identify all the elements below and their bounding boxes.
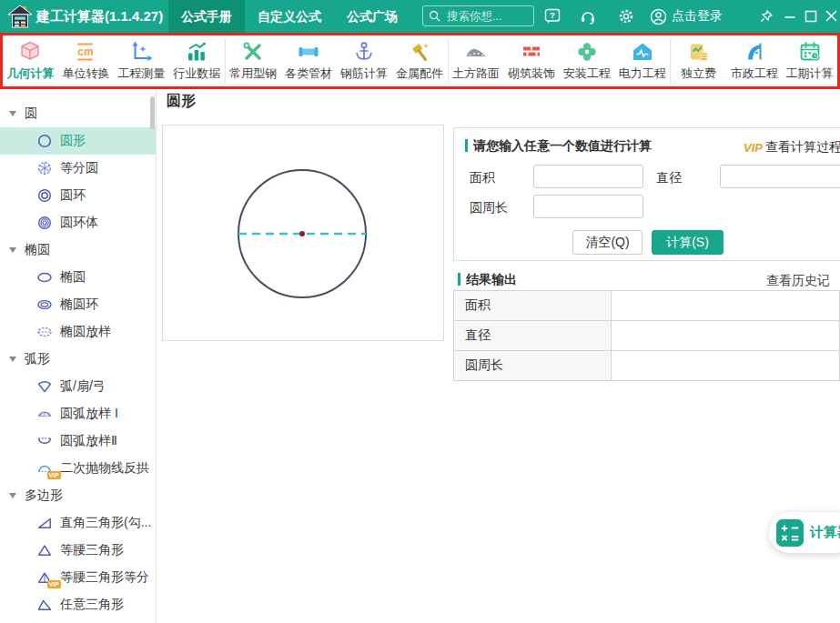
view-calculation-process-link[interactable]: VIP 查看计算过程 — [744, 139, 840, 156]
toolbar-item-metal-fittings[interactable]: 金属配件 — [392, 35, 448, 86]
accent-bar — [465, 139, 468, 152]
result-diameter-value — [611, 321, 839, 351]
result-area-value — [611, 291, 839, 321]
menu-formula-plaza[interactable]: 公式广场 — [334, 0, 410, 33]
sidebar-item-ellipse-ring[interactable]: 椭圆环 — [0, 291, 156, 318]
headset-icon[interactable] — [580, 8, 596, 25]
toolbar-item-power[interactable]: 电力工程 — [614, 35, 670, 86]
ring-icon — [36, 187, 53, 204]
sidebar-group-arc[interactable]: 弧形 — [0, 346, 156, 373]
menu-formula-manual[interactable]: 公式手册 — [168, 0, 245, 33]
sidebar-item-isosceles-triangle-division[interactable]: VIP 等腰三角形等分 — [0, 564, 156, 591]
sidebar-item-arc-loft-1[interactable]: 圆弧放样 I — [0, 400, 156, 427]
sidebar-item-any-triangle[interactable]: 任意三角形 — [0, 591, 156, 618]
table-row: 面积 — [454, 291, 840, 321]
toolbar-item-earthwork[interactable]: 土方路面 — [449, 35, 504, 86]
toolbar-item-municipal[interactable]: 市政工程 — [726, 35, 782, 86]
page-title: 圆形 — [167, 92, 196, 111]
ring-body-icon — [36, 215, 53, 231]
metal-hammer-icon — [408, 40, 431, 64]
sidebar-item-parabola-inverted-arch[interactable]: VIP 二次抛物线反拱 — [0, 455, 156, 482]
shape-preview-canvas — [162, 125, 444, 341]
sidebar-item-ellipse-loft[interactable]: 椭圆放样 — [0, 318, 156, 346]
clear-button[interactable]: 清空(Q) — [572, 230, 643, 255]
result-table: 面积 直径 圆周长 — [453, 290, 840, 381]
toolbar-item-survey[interactable]: 工程测量 — [114, 35, 169, 86]
sidebar-item-right-triangle[interactable]: 直角三角形(勾... — [0, 509, 156, 537]
settings-gear-icon[interactable] — [618, 8, 634, 25]
arc-loft-2-icon — [36, 433, 53, 449]
toolbar-item-independent-fee[interactable]: 独立费 — [671, 35, 726, 86]
sidebar-group-label: 圆 — [25, 106, 37, 122]
toolbar-item-installation[interactable]: 安装工程 — [559, 35, 614, 86]
menu-custom-formula[interactable]: 自定义公式 — [245, 0, 334, 33]
titlebar: 建工计算器(1.1.4.27) 公式手册 自定义公式 公式广场 ? — [0, 0, 840, 33]
main-menu: 公式手册 自定义公式 公式广场 — [168, 0, 410, 33]
toolbar-item-rebar[interactable]: 钢筋计算 — [337, 35, 392, 86]
right-triangle-icon — [36, 515, 53, 531]
toolbar-item-pipes[interactable]: 各类管材 — [281, 35, 337, 86]
center-point — [299, 231, 305, 236]
maximize-icon[interactable] — [805, 10, 817, 23]
category-toolbar annotation-highlight: 几何计算 cm 单位转换 工程测量 — [0, 33, 840, 89]
search-input[interactable] — [445, 9, 528, 24]
geometry-cube-icon — [18, 40, 42, 64]
user-icon — [650, 8, 667, 25]
help-icon[interactable]: ? — [544, 8, 561, 25]
vip-badge: VIP — [47, 471, 61, 479]
diameter-input[interactable] — [720, 165, 840, 188]
calculate-button[interactable]: 计算(S) — [652, 230, 724, 255]
toolbar-item-geometry[interactable]: 几何计算 — [3, 35, 58, 86]
svg-text:?: ? — [550, 10, 555, 20]
toolbar-item-steel[interactable]: 常用型钢 — [226, 35, 281, 86]
rebar-anchor-icon — [352, 40, 376, 64]
app-window: 建工计算器(1.1.4.27) 公式手册 自定义公式 公式广场 ? — [0, 0, 840, 623]
input-panel: 请您输入任意一个数值进行计算 VIP 查看计算过程 面积 直径 圆周长 清空(Q… — [453, 127, 840, 261]
sidebar-item-circle[interactable]: 圆形 — [0, 127, 156, 155]
sidebar-scrollbar[interactable] — [150, 96, 155, 129]
toolbar-item-unit-conversion[interactable]: cm 单位转换 — [58, 35, 114, 86]
arc-loft-1-icon — [36, 406, 53, 422]
minimize-icon[interactable] — [784, 11, 796, 24]
floating-calculator-label: 计算器 — [810, 524, 840, 541]
sidebar-group-ellipse[interactable]: 椭圆 — [0, 236, 156, 264]
area-label: 面积 — [470, 170, 495, 186]
login-label: 点击登录 — [672, 8, 723, 25]
power-house-icon — [631, 40, 654, 64]
calculator-icon — [776, 519, 804, 547]
brick-wall-icon — [520, 40, 543, 64]
result-header: 结果输出 — [458, 272, 517, 288]
sidebar-group-polygon[interactable]: 多边形 — [0, 482, 156, 509]
close-icon[interactable] — [825, 9, 838, 23]
floating-calculator-button[interactable]: 计算器 — [769, 512, 840, 553]
pin-icon[interactable] — [759, 8, 774, 25]
sidebar-group-circle[interactable]: 圆 — [0, 100, 156, 127]
search-box[interactable] — [422, 5, 534, 26]
sidebar-item-isosceles-triangle[interactable]: 等腰三角形 — [0, 537, 156, 564]
result-diameter-label: 直径 — [454, 321, 612, 351]
circumference-input[interactable] — [533, 195, 643, 218]
sidebar-item-equal-division-circle[interactable]: 等分圆 — [0, 155, 156, 182]
collapse-arrow-icon — [9, 493, 16, 498]
sidebar-item-ring[interactable]: 圆环 — [0, 182, 156, 209]
accent-bar — [458, 273, 460, 286]
sidebar-group-label: 椭圆 — [25, 242, 50, 258]
sidebar-item-arc-loft-2[interactable]: 圆弧放样Ⅱ — [0, 427, 156, 455]
area-input[interactable] — [533, 165, 643, 188]
municipal-road-icon — [743, 40, 766, 64]
arc-fan-bow-icon — [36, 378, 53, 395]
sidebar-item-ellipse[interactable]: 椭圆 — [0, 264, 156, 291]
result-circumference-label: 圆周长 — [454, 351, 612, 381]
login-button[interactable]: 点击登录 — [650, 0, 723, 33]
sidebar-item-ring-body[interactable]: 圆环体 — [0, 209, 156, 236]
svg-text:cm: cm — [78, 45, 94, 58]
toolbar-item-schedule[interactable]: 工期计算 — [782, 35, 837, 86]
search-icon — [429, 10, 440, 22]
app-logo-icon — [7, 4, 33, 29]
toolbar-item-industry-data[interactable]: 行业数据 — [169, 35, 225, 86]
table-row: 圆周长 — [454, 351, 840, 381]
toolbar-item-masonry[interactable]: 砌筑装饰 — [503, 35, 559, 86]
fee-money-icon — [687, 40, 711, 64]
sidebar-group-label: 弧形 — [25, 351, 50, 367]
sidebar-item-arc-fan-bow[interactable]: 弧/扇/弓 — [0, 373, 156, 400]
